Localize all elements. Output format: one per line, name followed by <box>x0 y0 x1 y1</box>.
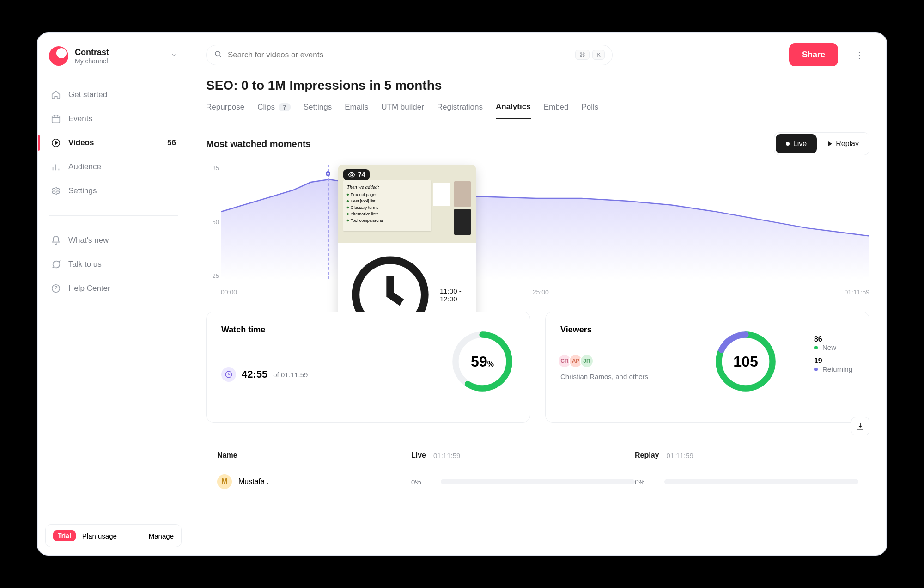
nav-videos[interactable]: Videos 56 <box>43 131 184 154</box>
search-field[interactable]: ⌘ K <box>206 45 613 65</box>
nav-audience[interactable]: Audience <box>43 155 184 178</box>
nav-get-started[interactable]: Get started <box>43 83 184 106</box>
nav-label: Talk to us <box>68 260 102 269</box>
tab-emails[interactable]: Emails <box>345 99 368 119</box>
kbd-hint: ⌘ K <box>575 50 605 60</box>
brand-subtitle: My channel <box>75 57 109 65</box>
viewers-card: Viewers CRAPJR Christian Ramos, and othe… <box>545 312 869 423</box>
and-others-link[interactable]: and others <box>615 373 648 380</box>
plan-footer: Trial Plan usage Manage <box>38 517 189 555</box>
brand-name: Contrast <box>75 48 109 57</box>
clock-icon <box>221 367 236 382</box>
play-circle-icon <box>51 138 61 148</box>
x-axis: 00:00 25:00 01:11:59 <box>221 288 869 296</box>
trial-badge: Trial <box>53 530 76 541</box>
nav-label: Audience <box>68 162 101 172</box>
card-title: Viewers <box>560 325 854 335</box>
table-row[interactable]: M Mustafa . 0% 0% <box>206 468 869 496</box>
nav-label: Events <box>68 114 92 123</box>
main: ⌘ K Share ⋮ SEO: 0 to 1M Impressions in … <box>189 33 886 555</box>
progress-bar <box>441 479 635 484</box>
toggle-live[interactable]: Live <box>776 134 817 153</box>
home-icon <box>51 90 61 100</box>
watch-time-ring: 59% <box>451 331 513 392</box>
download-button[interactable] <box>851 417 869 435</box>
viewers-table: Name Live01:11:59 Replay01:11:59 M Musta… <box>206 443 869 496</box>
content: SEO: 0 to 1M Impressions in 5 months Rep… <box>189 76 886 555</box>
nav-settings[interactable]: Settings <box>43 179 184 202</box>
tabs: RepurposeClips7SettingsEmailsUTM builder… <box>206 99 869 119</box>
bell-icon <box>51 235 61 245</box>
nav-label: What's new <box>68 236 109 245</box>
plan-usage-label: Plan usage <box>82 532 117 540</box>
watch-time-of: of 01:11:59 <box>273 371 308 379</box>
help-icon <box>51 283 61 294</box>
sidebar: Contrast My channel Get started Events V… <box>38 33 189 555</box>
y-axis: 85 50 25 <box>206 165 219 279</box>
th-replay: Replay01:11:59 <box>635 451 858 459</box>
tab-repurpose[interactable]: Repurpose <box>206 99 244 119</box>
nav-label: Settings <box>68 186 97 196</box>
tab-analytics[interactable]: Analytics <box>496 99 531 119</box>
nav-count: 56 <box>167 138 176 147</box>
toggle-replay[interactable]: Replay <box>818 133 869 155</box>
svg-rect-0 <box>52 116 60 123</box>
page-title: SEO: 0 to 1M Impressions in 5 months <box>206 78 869 93</box>
moments-header: Most watched moments Live Replay <box>206 132 869 155</box>
chevron-down-icon <box>170 51 178 61</box>
plan-box: Trial Plan usage Manage <box>45 524 182 547</box>
secondary-nav: What's new Talk to us Help Center <box>38 222 189 306</box>
live-replay-toggle: Live Replay <box>774 132 869 155</box>
viewer-avatars: CRAPJR <box>560 354 854 368</box>
brand-logo <box>49 46 68 66</box>
th-live: Live01:11:59 <box>411 451 635 459</box>
table-header: Name Live01:11:59 Replay01:11:59 <box>206 443 869 468</box>
th-name: Name <box>217 451 411 459</box>
tab-embed[interactable]: Embed <box>544 99 569 119</box>
nav-label: Help Center <box>68 284 110 293</box>
nav-events[interactable]: Events <box>43 107 184 130</box>
chat-icon <box>51 259 61 270</box>
kpi-cards: Watch time 42:55 of 01:11:59 59% <box>206 312 869 423</box>
nav-whats-new[interactable]: What's new <box>43 229 184 252</box>
channel-switcher[interactable]: Contrast My channel <box>38 43 189 77</box>
tab-utm-builder[interactable]: UTM builder <box>381 99 424 119</box>
moments-chart[interactable]: 85 50 25 74 <box>206 159 869 300</box>
divider <box>49 215 178 216</box>
nav-talk-to-us[interactable]: Talk to us <box>43 253 184 276</box>
nav-label: Videos <box>68 138 94 147</box>
search-input[interactable] <box>228 50 570 60</box>
moments-title: Most watched moments <box>206 139 311 149</box>
topbar: ⌘ K Share ⋮ <box>189 33 886 76</box>
share-button[interactable]: Share <box>789 43 838 66</box>
more-menu[interactable]: ⋮ <box>849 45 869 65</box>
tab-clips[interactable]: Clips7 <box>257 99 291 119</box>
chart-area: 74 Then we added: Product pages Best [to… <box>221 165 869 279</box>
tab-settings[interactable]: Settings <box>304 99 332 119</box>
avatar: JR <box>580 354 594 368</box>
calendar-icon <box>51 114 61 124</box>
tab-polls[interactable]: Polls <box>582 99 599 119</box>
avatar: M <box>217 474 232 489</box>
viewers-legend: 86 New 19 Returning <box>814 335 852 375</box>
app-window: Contrast My channel Get started Events V… <box>37 32 887 556</box>
viewers-ring: 105 <box>715 331 777 392</box>
gear-icon <box>51 186 61 196</box>
watch-time-value: 42:55 <box>242 368 267 380</box>
svg-point-4 <box>215 51 220 56</box>
viewers-names: Christian Ramos, and others <box>560 373 854 380</box>
search-icon <box>214 50 222 60</box>
play-icon <box>828 141 832 146</box>
watch-time-card: Watch time 42:55 of 01:11:59 59% <box>206 312 530 423</box>
progress-bar <box>664 479 858 484</box>
viewer-name: Mustafa . <box>238 478 269 486</box>
nav-help-center[interactable]: Help Center <box>43 277 184 300</box>
primary-nav: Get started Events Videos 56 Audience Se… <box>38 77 189 209</box>
bars-icon <box>51 162 61 172</box>
nav-label: Get started <box>68 90 107 99</box>
svg-point-2 <box>55 190 57 192</box>
tab-registrations[interactable]: Registrations <box>437 99 483 119</box>
manage-link[interactable]: Manage <box>149 532 174 540</box>
